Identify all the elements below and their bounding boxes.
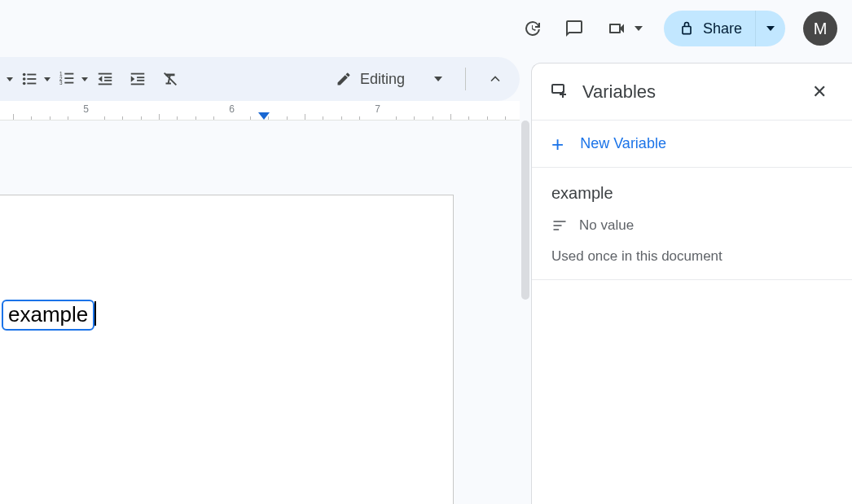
variable-chip-text: example [8, 302, 88, 327]
account-avatar[interactable]: M [803, 11, 837, 46]
meet-button[interactable] [597, 9, 649, 48]
avatar-initial: M [814, 20, 828, 38]
caret-down-icon [766, 26, 775, 31]
caret-down-icon[interactable] [81, 77, 88, 81]
svg-rect-25 [554, 225, 562, 226]
caret-down-icon[interactable] [44, 77, 51, 81]
svg-rect-9 [64, 73, 73, 75]
share-label: Share [703, 20, 742, 37]
svg-rect-12 [99, 73, 112, 75]
variable-value-status: No value [579, 217, 634, 234]
numbered-list-button[interactable]: 123 [55, 66, 80, 92]
svg-rect-3 [27, 74, 36, 76]
variables-panel: Variables ✕ + New Variable example No va… [531, 63, 852, 504]
variables-icon [550, 81, 569, 103]
caret-down-icon [434, 77, 442, 81]
decrease-indent-button[interactable] [93, 66, 117, 92]
ruler-label: 6 [229, 103, 235, 115]
comments-button[interactable] [555, 9, 594, 48]
ruler-label: 7 [375, 103, 380, 115]
svg-rect-14 [104, 77, 112, 78]
variable-usage-text: Used once in this document [551, 248, 832, 265]
svg-rect-11 [64, 82, 73, 84]
caret-down-icon [635, 26, 643, 31]
svg-point-1 [23, 77, 26, 81]
svg-rect-24 [554, 221, 566, 222]
svg-rect-26 [554, 229, 560, 230]
ruler-label: 5 [83, 103, 89, 115]
panel-header: Variables ✕ [532, 64, 852, 121]
new-variable-row[interactable]: + New Variable [532, 121, 852, 168]
share-button-group: Share [664, 11, 785, 46]
collapse-toolbar-button[interactable] [481, 64, 510, 94]
notes-icon [551, 217, 568, 234]
panel-title: Variables [582, 81, 792, 103]
increase-indent-button[interactable] [125, 66, 150, 92]
horizontal-ruler[interactable]: 567 [0, 101, 520, 121]
svg-point-2 [23, 82, 26, 85]
toolbar-left-group: 123 [0, 57, 182, 101]
variable-value-row: No value [551, 217, 832, 234]
editing-mode-selector[interactable]: Editing [327, 63, 450, 95]
history-button[interactable] [512, 9, 551, 48]
svg-rect-10 [64, 77, 73, 79]
svg-text:3: 3 [59, 80, 63, 85]
app-header: Share M [0, 0, 852, 57]
toolbar-pill: 123 Editing [0, 57, 520, 101]
document-viewport[interactable]: example [0, 121, 520, 504]
svg-rect-13 [99, 84, 112, 85]
close-panel-button[interactable]: ✕ [805, 77, 834, 107]
svg-rect-19 [137, 80, 144, 81]
variable-item[interactable]: example No value Used once in this docum… [532, 168, 852, 280]
bulleted-list-button[interactable] [18, 66, 42, 92]
svg-rect-15 [104, 80, 112, 81]
caret-down-icon[interactable] [7, 77, 13, 81]
text-cursor [94, 301, 96, 326]
svg-rect-4 [27, 78, 36, 80]
svg-rect-5 [27, 83, 36, 85]
share-dropdown-button[interactable] [756, 26, 785, 31]
variable-chip[interactable]: example [2, 300, 94, 331]
new-variable-label: New Variable [580, 135, 666, 152]
share-button[interactable]: Share [664, 20, 755, 37]
svg-rect-18 [137, 77, 144, 78]
svg-rect-16 [131, 73, 145, 75]
svg-rect-17 [131, 84, 145, 85]
pencil-icon [336, 71, 352, 87]
clear-formatting-button[interactable] [158, 66, 182, 92]
toolbar-divider [465, 68, 466, 90]
lock-icon [679, 20, 695, 37]
svg-rect-21 [552, 85, 564, 93]
editing-mode-label: Editing [360, 71, 405, 88]
svg-point-0 [23, 73, 26, 77]
plus-icon: + [551, 136, 564, 152]
first-line-indent-marker[interactable] [258, 112, 270, 120]
vertical-scrollbar[interactable] [520, 121, 531, 504]
variable-name: example [551, 184, 832, 203]
scrollbar-thumb[interactable] [521, 121, 529, 300]
document-page[interactable]: example [0, 195, 454, 504]
